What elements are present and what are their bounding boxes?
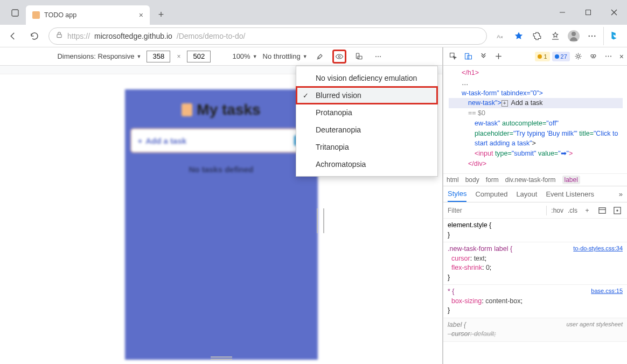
window-close-button[interactable] (601, 0, 627, 25)
browser-tab[interactable]: TODO app × (26, 5, 150, 25)
profile-avatar[interactable] (565, 27, 583, 45)
vision-option-tritanopia[interactable]: Tritanopia (296, 138, 437, 156)
dimensions-dropdown[interactable]: Dimensions: Responsive▼ (57, 52, 141, 60)
bing-sidebar-icon[interactable] (603, 27, 624, 45)
lock-icon (55, 31, 63, 40)
svg-point-23 (577, 55, 580, 58)
vision-option-protanopia[interactable]: Protanopia (296, 104, 437, 121)
color-picker-icon[interactable] (313, 50, 327, 64)
svg-point-9 (589, 35, 590, 36)
source-link[interactable]: base.css:15 (591, 287, 623, 295)
vision-option-blurred[interactable]: Blurred vision (296, 87, 437, 104)
devtools-add-tab-icon[interactable] (492, 50, 505, 63)
throttling-dropdown[interactable]: No throttling▼ (263, 52, 308, 60)
window-maximize-button[interactable] (575, 0, 601, 25)
svg-point-10 (591, 35, 593, 36)
window-titlebar: TODO app × + (0, 0, 627, 25)
svg-rect-19 (465, 53, 469, 59)
resize-handle-bottom[interactable] (211, 356, 232, 360)
zoom-dropdown[interactable]: 100%▼ (232, 52, 257, 60)
issues-badge[interactable]: 27 (552, 52, 570, 61)
source-link[interactable]: to-do-styles.css:34 (573, 244, 623, 253)
svg-text:א: א (500, 34, 503, 38)
url-input[interactable]: https://microsoftedge.github.io/Demos/de… (48, 27, 487, 45)
tab-event-listeners[interactable]: Event Listeners (546, 190, 594, 198)
svg-point-27 (608, 56, 609, 57)
tab-actions-button[interactable] (6, 4, 24, 22)
device-emulation-pane: Dimensions: Responsive▼ × 100%▼ No throt… (0, 47, 443, 364)
elements-tree[interactable]: </h1> … w-task-form" tabindex="0"> new-t… (443, 66, 627, 173)
vision-deficiency-icon[interactable] (332, 50, 346, 64)
refresh-button[interactable] (25, 27, 44, 45)
devtools-kebab-icon[interactable] (602, 50, 615, 63)
viewport-width-input[interactable] (147, 51, 170, 62)
svg-point-17 (380, 56, 381, 57)
svg-point-11 (594, 35, 595, 36)
svg-point-16 (378, 56, 379, 57)
url-scheme: https:// (67, 32, 90, 40)
more-menu-icon[interactable] (583, 27, 601, 45)
tab-layout[interactable]: Layout (516, 190, 537, 198)
hov-toggle[interactable]: :hov (551, 207, 563, 214)
styles-rules[interactable]: element.style { } to-do-styles.css:34 .n… (443, 219, 627, 364)
viewport-height-input[interactable] (187, 51, 211, 62)
device-toggle-icon[interactable] (462, 50, 475, 63)
svg-rect-2 (586, 10, 591, 15)
tab-styles[interactable]: Styles (448, 186, 466, 202)
devtools-tabbar: 1 27 × (443, 47, 627, 66)
reading-mode-icon[interactable]: Aא (491, 27, 510, 45)
new-style-rule-icon[interactable]: + (582, 207, 593, 214)
devtools-panel: 1 27 × </h1> … w-task-form" tabindex="0"… (443, 47, 627, 364)
dimension-separator: × (177, 53, 180, 60)
svg-point-25 (594, 55, 596, 58)
tab-title: TODO app (44, 11, 76, 19)
computed-sidebar-icon[interactable] (597, 207, 608, 214)
styles-filter-input[interactable] (448, 207, 542, 214)
expand-node-icon[interactable]: + (501, 100, 508, 107)
tab-computed[interactable]: Computed (475, 190, 507, 198)
vision-option-achromatopsia[interactable]: Achromatopsia (296, 156, 437, 173)
svg-rect-20 (468, 55, 472, 59)
url-domain: microsoftedge.github.io (94, 32, 172, 40)
device-more-icon[interactable] (371, 50, 385, 64)
warnings-badge[interactable]: 1 (535, 52, 549, 61)
vision-option-deuteranopia[interactable]: Deuteranopia (296, 121, 437, 138)
svg-point-12 (338, 55, 340, 57)
svg-text:A: A (497, 33, 500, 39)
vision-option-none[interactable]: No vision deficiency emulation (296, 69, 437, 87)
svg-point-26 (605, 56, 607, 57)
svg-point-15 (375, 56, 377, 57)
svg-rect-0 (12, 10, 18, 16)
address-bar: https://microsoftedge.github.io/Demos/de… (0, 25, 627, 47)
elements-breadcrumbs[interactable]: html body form div.new-task-form label (443, 173, 627, 186)
favorites-bar-icon[interactable] (546, 27, 565, 45)
vision-deficiency-menu: No vision deficiency emulation Blurred v… (296, 66, 438, 177)
resize-handle-right[interactable] (125, 89, 318, 360)
styles-more-tabs-icon[interactable]: » (619, 190, 623, 198)
devtools-close-icon[interactable]: × (619, 52, 624, 61)
svg-rect-5 (57, 34, 61, 38)
svg-point-24 (591, 55, 594, 58)
url-path: /Demos/demo-to-do/ (177, 32, 246, 40)
window-minimize-button[interactable] (549, 0, 575, 25)
device-toolbar: Dimensions: Responsive▼ × 100%▼ No throt… (0, 47, 442, 66)
devtools-feedback-icon[interactable] (587, 50, 600, 63)
svg-point-28 (610, 56, 611, 57)
rotate-icon[interactable] (352, 50, 366, 64)
styles-subtabs: Styles Computed Layout Event Listeners » (443, 186, 627, 202)
extensions-icon[interactable] (528, 27, 546, 45)
styles-overflow-icon[interactable] (612, 207, 623, 214)
inspect-element-icon[interactable] (447, 50, 459, 63)
tab-favicon (32, 11, 40, 19)
devtools-settings-icon[interactable] (572, 50, 585, 63)
new-tab-button[interactable]: + (153, 6, 169, 23)
svg-rect-14 (358, 56, 362, 59)
cls-toggle[interactable]: .cls (568, 207, 577, 214)
favorite-star-icon[interactable] (510, 27, 528, 45)
back-button[interactable] (3, 27, 23, 45)
svg-rect-29 (599, 207, 605, 213)
styles-toolbar: :hov .cls + (443, 202, 627, 219)
devtools-more-tabs-icon[interactable] (477, 50, 490, 63)
tab-close-icon[interactable]: × (139, 11, 143, 19)
svg-point-32 (617, 209, 618, 211)
